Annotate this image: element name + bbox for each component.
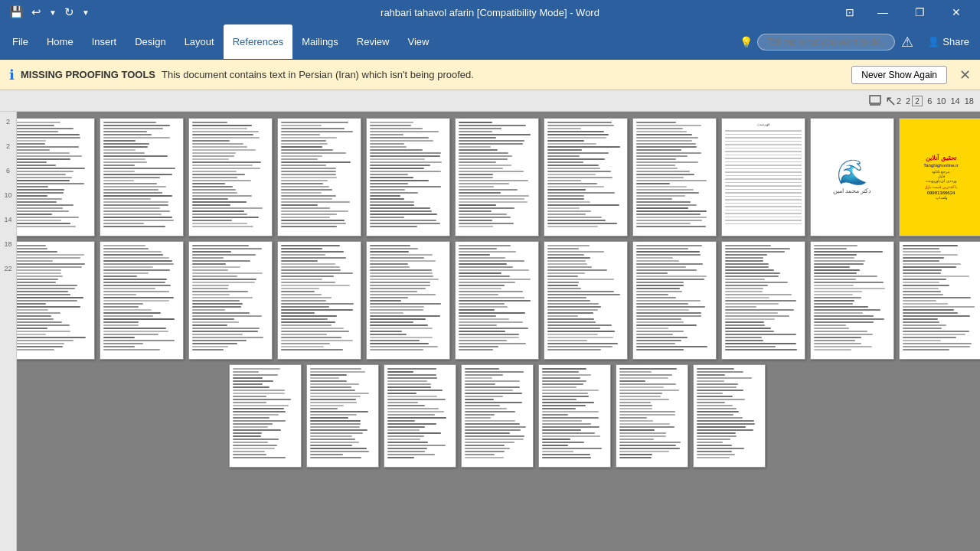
table-row[interactable]: فهرست: [721, 118, 805, 236]
ruler-v-22: 22: [4, 265, 11, 272]
notification-title: MISSING PROOFING TOOLS: [21, 69, 155, 80]
ribbon-search-area: 💡: [740, 34, 895, 51]
table-row[interactable]: [277, 241, 361, 360]
cursor-icon: ↖: [885, 93, 897, 109]
table-row[interactable]: [188, 241, 273, 360]
pages-row-1: فهرست 🌊 دکتر محمد امین تحقیق آنلاین Tahg…: [20, 118, 974, 236]
save-icon[interactable]: 💾: [6, 4, 27, 21]
tab-mailings[interactable]: Mailings: [292, 24, 348, 59]
minimize-button[interactable]: —: [865, 0, 900, 24]
tab-insert[interactable]: Insert: [83, 24, 126, 59]
table-row[interactable]: [632, 118, 717, 236]
table-row[interactable]: [188, 118, 273, 236]
table-row[interactable]: [455, 241, 539, 360]
tab-design[interactable]: Design: [126, 24, 175, 59]
share-person-icon: 👤: [927, 36, 939, 47]
share-button[interactable]: 👤 Share: [920, 33, 977, 51]
table-row[interactable]: [693, 364, 766, 468]
ruler-num-2: 2 2: [906, 96, 923, 106]
table-row[interactable]: [544, 118, 628, 236]
table-row[interactable]: [17, 241, 95, 360]
table-row[interactable]: 🌊 دکتر محمد امین: [810, 118, 894, 236]
notification-message: This document contains text in Persian (…: [162, 69, 474, 80]
ruler-num-3: 6: [927, 96, 932, 106]
view-icon: [868, 94, 882, 108]
tab-file[interactable]: File: [3, 24, 38, 59]
tab-review[interactable]: Review: [348, 24, 399, 59]
search-bulb-icon: 💡: [740, 36, 753, 48]
ribbon-extra-icons: ⊡: [842, 0, 858, 24]
table-row[interactable]: [229, 364, 302, 468]
undo-icon[interactable]: ↩: [28, 4, 44, 21]
ruler-v-2: 2: [6, 118, 10, 126]
tab-layout[interactable]: Layout: [175, 24, 224, 59]
notification-close-icon[interactable]: ✕: [959, 67, 971, 83]
pages-area[interactable]: فهرست 🌊 دکتر محمد امین تحقیق آنلاین Tahg…: [17, 112, 980, 551]
maximize-button[interactable]: ❐: [902, 0, 937, 24]
pages-row-2: [20, 241, 974, 360]
table-row[interactable]: تحقیق آنلاین Tahghighonline.ir مرجع دانل…: [899, 118, 980, 236]
table-row[interactable]: [384, 364, 456, 468]
alert-icon: ⚠: [901, 34, 913, 51]
table-row[interactable]: [632, 241, 717, 360]
table-row[interactable]: [461, 364, 534, 468]
undo-dropdown-icon[interactable]: ▼: [46, 7, 60, 18]
more-icon[interactable]: ▼: [79, 7, 93, 18]
ruler-num-6: 18: [965, 96, 974, 106]
main-area: 2 2 6 10 14 18 22 فهرست 🌊 دکتر محمد امین…: [0, 112, 980, 551]
ruler-input[interactable]: 2: [912, 96, 923, 106]
table-row[interactable]: [366, 241, 450, 360]
left-ruler: 2 2 6 10 14 18 22: [0, 112, 17, 551]
ruler-num-1: 2: [897, 96, 901, 106]
redo-icon[interactable]: ↻: [61, 4, 77, 21]
never-show-again-button[interactable]: Never Show Again: [851, 66, 947, 84]
ruler-v-14: 14: [4, 216, 11, 223]
table-row[interactable]: [616, 364, 688, 468]
table-row[interactable]: [544, 241, 628, 360]
table-row[interactable]: [455, 118, 539, 236]
table-row[interactable]: [899, 241, 980, 360]
search-input[interactable]: [757, 34, 895, 51]
ribbon: File Home Insert Design Layout Reference…: [0, 24, 980, 60]
window-controls: ⊡ — ❐ ✕: [842, 0, 974, 24]
table-row[interactable]: [366, 118, 450, 236]
ruler-v-18: 18: [4, 240, 11, 248]
close-button[interactable]: ✕: [939, 0, 974, 24]
title-bar: 💾 ↩ ▼ ↻ ▼ rahbari tahavol afarin [Compat…: [0, 0, 980, 24]
table-row[interactable]: [810, 241, 894, 360]
table-row[interactable]: [100, 118, 184, 236]
ruler-v-2b: 2: [6, 142, 10, 150]
table-row[interactable]: [17, 118, 95, 236]
window-title: rahbari tahavol afarin [Compatibility Mo…: [0, 7, 980, 18]
table-row[interactable]: [721, 241, 805, 360]
pages-row-3: [20, 364, 974, 468]
table-row[interactable]: [538, 364, 611, 468]
help-icon[interactable]: ⊡: [842, 3, 858, 21]
ruler-num-5: 14: [951, 96, 960, 106]
notification-info-icon: ℹ: [9, 67, 15, 83]
ruler-left-icon[interactable]: ↖: [868, 93, 897, 109]
ruler-area: ↖ 2 2 2 6 10 14 18: [0, 90, 980, 112]
table-row[interactable]: [100, 241, 184, 360]
ruler-v-6: 6: [6, 167, 10, 174]
ruler-numbers: 2 2 2 6 10 14 18: [897, 96, 974, 106]
tab-home[interactable]: Home: [38, 24, 83, 59]
notification-bar: ℹ MISSING PROOFING TOOLS This document c…: [0, 60, 980, 90]
tab-view[interactable]: View: [398, 24, 438, 59]
table-row[interactable]: [277, 118, 361, 236]
svg-rect-0: [870, 96, 880, 103]
title-bar-left: 💾 ↩ ▼ ↻ ▼: [6, 4, 93, 21]
tab-references[interactable]: References: [224, 24, 292, 59]
quick-access-toolbar: 💾 ↩ ▼ ↻ ▼: [6, 4, 93, 21]
ruler-v-10: 10: [4, 191, 11, 199]
table-row[interactable]: [306, 364, 379, 468]
ruler-num-4: 10: [936, 96, 946, 106]
share-label: Share: [942, 36, 969, 47]
